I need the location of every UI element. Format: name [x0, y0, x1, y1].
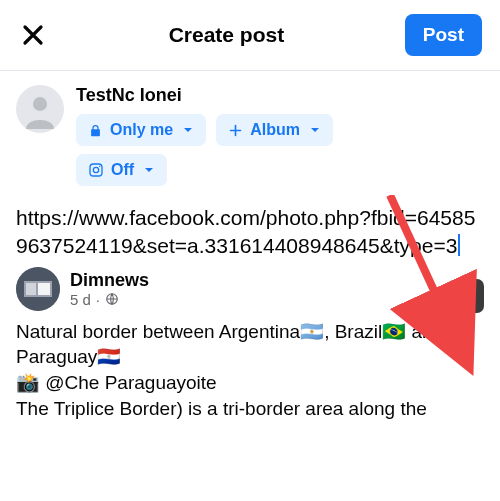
preview-line-3: The Triplice Border) is a tri-border are…: [16, 396, 484, 422]
text-cursor: [458, 234, 460, 256]
person-icon: [20, 89, 60, 129]
preview-header: Dimnews 5 d ·: [16, 267, 484, 311]
author-name: TestNc Ionei: [76, 85, 333, 106]
plus-icon: [228, 123, 243, 138]
remove-preview-button[interactable]: [450, 279, 484, 313]
svg-point-4: [99, 166, 100, 167]
svg-rect-8: [38, 283, 50, 295]
composer-text-value: https://www.facebook.com/photo.php?fbid=…: [16, 206, 475, 257]
author-avatar[interactable]: [16, 85, 64, 133]
chips-row-1: Only me Album: [76, 114, 333, 146]
preview-line-1: Natural border between Argentina🇦🇷, Braz…: [16, 319, 484, 370]
source-avatar-image: [16, 267, 60, 311]
album-selector[interactable]: Album: [216, 114, 333, 146]
close-icon: [459, 287, 476, 304]
instagram-label: Off: [111, 161, 134, 179]
preview-body: Natural border between Argentina🇦🇷, Braz…: [0, 311, 500, 422]
lock-icon: [88, 123, 103, 138]
composer-header: Create post Post: [0, 0, 500, 70]
link-preview: Dimnews 5 d ·: [0, 267, 500, 311]
svg-point-1: [33, 97, 47, 111]
close-icon: [21, 23, 45, 47]
preview-age: 5 d: [70, 291, 91, 308]
svg-rect-7: [26, 283, 36, 295]
svg-point-3: [93, 167, 98, 172]
author-column: TestNc Ionei Only me Album Off: [76, 85, 333, 186]
preview-line-2: 📸 @Che Paraguayoite: [16, 370, 484, 396]
chevron-down-icon: [309, 124, 321, 136]
chips-row-2: Off: [76, 154, 333, 186]
globe-icon: [105, 292, 119, 306]
instagram-icon: [88, 162, 104, 178]
chevron-down-icon: [143, 164, 155, 176]
close-button[interactable]: [18, 20, 48, 50]
preview-source-name[interactable]: Dimnews: [70, 270, 149, 291]
preview-meta: Dimnews 5 d ·: [70, 270, 149, 308]
preview-source-avatar[interactable]: [16, 267, 60, 311]
svg-rect-2: [90, 164, 102, 176]
post-button[interactable]: Post: [405, 14, 482, 56]
author-row: TestNc Ionei Only me Album Off: [0, 71, 500, 190]
preview-subline: 5 d ·: [70, 291, 149, 308]
composer-text-area[interactable]: https://www.facebook.com/photo.php?fbid=…: [0, 190, 500, 267]
page-title: Create post: [169, 23, 285, 47]
chevron-down-icon: [182, 124, 194, 136]
album-label: Album: [250, 121, 300, 139]
audience-selector[interactable]: Only me: [76, 114, 206, 146]
audience-label: Only me: [110, 121, 173, 139]
dot-separator: ·: [96, 291, 100, 308]
instagram-crosspost-toggle[interactable]: Off: [76, 154, 167, 186]
